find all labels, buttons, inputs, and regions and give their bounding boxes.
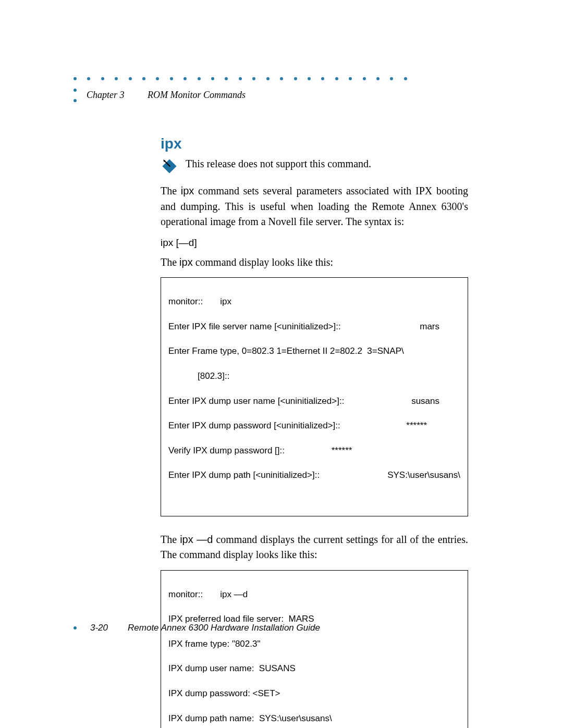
code-line: IPX dump password: <SET>: [168, 687, 460, 700]
code-line: [802.3]::: [168, 370, 460, 382]
section-heading: ipx: [161, 135, 468, 152]
chapter-title: ROM Monitor Commands: [148, 90, 246, 100]
code-line: Enter IPX dump path [<uninitialized>]::S…: [168, 469, 460, 482]
paragraph-2: The ipx command display looks like this:: [161, 255, 468, 270]
code-line: Enter IPX dump password [<uninitialized>…: [168, 419, 450, 432]
code-block-ipx-d: monitor:: ipx —d IPX preferred load file…: [161, 570, 468, 728]
page: Chapter 3 ROM Monitor Commands ipx This …: [0, 0, 563, 728]
decorative-dot-column: [74, 89, 77, 102]
code-line: IPX dump user name: SUSANS: [168, 662, 460, 675]
syntax-line: ipx [—d]: [161, 237, 468, 249]
inline-command: ipx: [181, 185, 194, 196]
paragraph-3: The ipx —d command displays the current …: [161, 532, 468, 563]
code-line: Enter IPX dump user name [<uninitialized…: [168, 395, 450, 408]
decorative-dot-row: [74, 77, 407, 80]
code-line: Enter Frame type, 0=802.3 1=Ethernet II …: [168, 345, 460, 357]
page-footer: 3-20 Remote Annex 6300 Hardware Installa…: [74, 623, 320, 633]
chapter-label: Chapter 3: [87, 90, 125, 100]
page-number: 3-20: [90, 623, 108, 633]
running-header: Chapter 3 ROM Monitor Commands: [87, 90, 246, 101]
code-block-ipx: monitor:: ipx Enter IPX file server name…: [161, 277, 468, 516]
code-line: Enter IPX file server name [<uninitializ…: [168, 320, 450, 333]
code-line: IPX frame type: "802.3": [168, 638, 460, 650]
inline-command: ipx —d: [180, 534, 213, 545]
code-line: IPX dump path name: SYS:\user\susans\: [168, 712, 460, 725]
note-callout: This release does not support this comma…: [161, 156, 468, 177]
footer-dot-icon: [74, 626, 77, 630]
pencil-note-icon: [161, 156, 178, 177]
code-line: monitor:: ipx: [168, 295, 460, 308]
guide-title: Remote Annex 6300 Hardware Installation …: [128, 623, 320, 633]
content-area: ipx This release does not support this c…: [161, 135, 468, 728]
code-line: Verify IPX dump password []:: ******: [168, 445, 460, 457]
paragraph-1: The ipx command sets several parameters …: [161, 183, 468, 230]
inline-command: ipx: [179, 256, 193, 268]
note-text: This release does not support this comma…: [186, 156, 371, 171]
code-line: monitor:: ipx —d: [168, 588, 460, 601]
